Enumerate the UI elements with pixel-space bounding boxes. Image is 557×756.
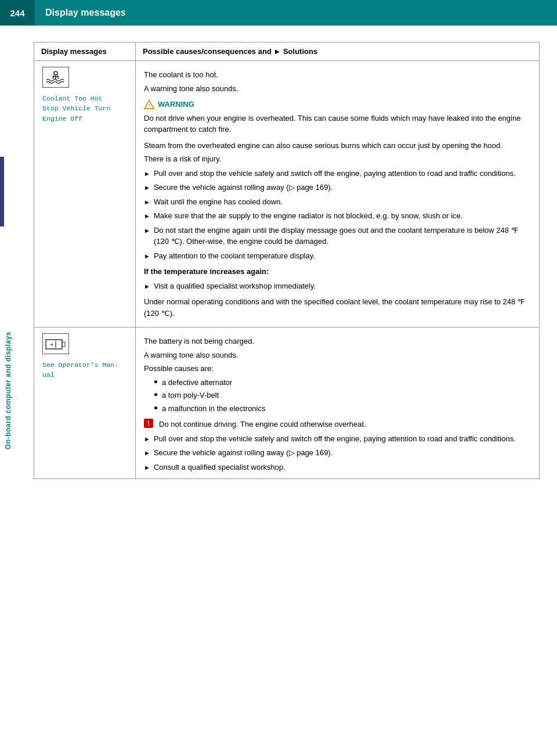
caution-text: Do not continue driving. The engine coul… [159, 419, 366, 430]
arrow-text: Visit a qualified specialist workshop im… [154, 280, 531, 292]
arrow-item: ► Make sure that the air supply to the e… [144, 210, 531, 222]
battery-icon-box: + [42, 333, 69, 354]
dot-text: a torn poly-V-belt [162, 390, 219, 401]
arrow-text: Consult a qualified specialist workshop. [154, 462, 531, 473]
coolant-intro-1: The coolant is too hot. [144, 69, 531, 81]
sidebar-accent [0, 157, 4, 226]
display-message-cell: Coolant Too HotStop Vehicle TurnEngine O… [34, 61, 136, 327]
arrow-item: ► Consult a qualified specialist worksho… [144, 462, 531, 473]
arrow-text: Wait until the engine has cooled down. [154, 196, 531, 208]
arrow-text: Make sure that the air supply to the eng… [154, 210, 531, 222]
warning-para-3: There is a risk of injury. [144, 153, 531, 165]
bullet-dot [154, 393, 157, 396]
arrow-text: Pull over and stop the vehicle safely an… [154, 433, 531, 445]
arrow-item: ► Secure the vehicle against rolling awa… [144, 447, 531, 459]
arrow-item: ► Pull over and stop the vehicle safely … [144, 433, 531, 445]
arrow-icon: ► [144, 226, 150, 236]
svg-text:+: + [50, 341, 53, 348]
svg-rect-3 [46, 340, 62, 349]
warning-label: WARNING [158, 99, 194, 110]
arrow-icon: ► [144, 463, 150, 473]
temperature-increases-label: If the temperature increases again: [144, 266, 531, 278]
dot-text: a malfunction in the electronics [162, 403, 265, 415]
table-row: Coolant Too HotStop Vehicle TurnEngine O… [34, 61, 540, 327]
coolant-icon [44, 69, 67, 86]
battery-intro-1: The battery is not being charged. [144, 336, 531, 347]
warning-para-2: Steam from the overheated engine can als… [144, 140, 531, 152]
coolant-content-cell: The coolant is too hot. A warning tone a… [136, 61, 540, 327]
arrow-item: ► Visit a qualified specialist workshop … [144, 280, 531, 292]
arrow-icon: ► [144, 169, 150, 179]
arrow-text: Pay attention to the coolant temperature… [154, 250, 531, 262]
col1-header: Display messages [34, 42, 136, 61]
arrow-icon: ► [144, 197, 150, 207]
arrow-icon: ► [144, 434, 150, 444]
sidebar-label: On-board computer and displays [4, 332, 12, 449]
main-content: Display messages Possible causes/consequ… [16, 26, 557, 496]
arrow-text: Pull over and stop the vehicle safely an… [154, 168, 531, 179]
dot-item: a malfunction in the electronics [154, 403, 531, 415]
arrow-item: ► Pull over and stop the vehicle safely … [144, 168, 531, 179]
arrow-item: ► Pay attention to the coolant temperatu… [144, 250, 531, 262]
caution-item: ! Do not continue driving. The engine co… [144, 419, 531, 430]
table-row: + See Operator's Man-ual The battery is … [34, 327, 540, 479]
battery-content-cell: The battery is not being charged. A warn… [136, 327, 540, 479]
page-title: Display messages [35, 8, 126, 18]
header-bar: 244 Display messages [0, 0, 557, 26]
col2-header: Possible causes/consequences and ► Solut… [136, 42, 540, 61]
arrow-icon: ► [144, 183, 150, 193]
warning-para-1: Do not drive when your engine is overhea… [144, 113, 531, 135]
arrow-icon: ► [144, 211, 150, 221]
dot-text: a defective alternator [162, 377, 232, 388]
sidebar: On-board computer and displays [0, 26, 16, 756]
page-number: 244 [0, 0, 35, 26]
warning-triangle-icon: ! [144, 99, 154, 110]
coolant-intro-2: A warning tone also sounds. [144, 83, 531, 95]
arrow-item: ► Do not start the engine again until th… [144, 225, 531, 247]
arrow-text: Secure the vehicle against rolling away … [154, 182, 531, 193]
battery-intro-3: Possible causes are: [144, 363, 531, 375]
bullet-dot [154, 380, 157, 383]
coolant-display-label: Coolant Too HotStop Vehicle TurnEngine O… [42, 93, 127, 124]
dot-item: a torn poly-V-belt [154, 390, 531, 401]
battery-message-cell: + See Operator's Man-ual [34, 327, 136, 479]
battery-icon: + [44, 335, 67, 352]
svg-text:!: ! [149, 103, 150, 109]
messages-table: Display messages Possible causes/consequ… [34, 42, 540, 479]
bullet-dot [154, 406, 157, 409]
arrow-text: Do not start the engine again until the … [154, 225, 531, 247]
arrow-text: Secure the vehicle against rolling away … [154, 447, 531, 459]
coolant-icon-box [42, 67, 69, 88]
arrow-item: ► Wait until the engine has cooled down. [144, 196, 531, 208]
arrow-icon: ► [144, 282, 150, 291]
arrow-item: ► Secure the vehicle against rolling awa… [144, 182, 531, 193]
warning-block: ! WARNING [144, 99, 531, 110]
svg-point-0 [54, 71, 57, 75]
battery-intro-2: A warning tone also sounds. [144, 350, 531, 361]
dot-item: a defective alternator [154, 377, 531, 388]
coolant-footer: Under normal operating conditions and wi… [144, 296, 531, 319]
arrow-icon: ► [144, 251, 150, 261]
battery-display-label: See Operator's Man-ual [42, 360, 127, 380]
caution-icon: ! [144, 419, 153, 428]
arrow-icon: ► [144, 448, 150, 458]
